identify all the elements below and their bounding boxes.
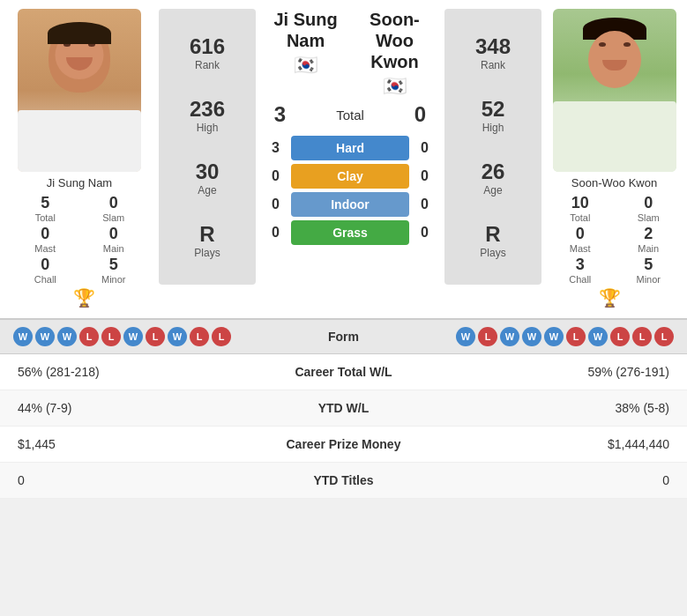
stat-center-label: Career Prize Money xyxy=(241,427,447,463)
indoor-row: 0 Indoor 0 xyxy=(265,192,436,217)
stat-left-val: 44% (7-9) xyxy=(0,390,241,427)
left-main-stat: 0 Main xyxy=(86,225,142,254)
left-total-value: 5 xyxy=(41,194,49,212)
right-form-badge: W xyxy=(500,327,519,346)
middle-section: Ji Sung Nam 🇰🇷 Soon-Woo Kwon 🇰🇷 3 Total … xyxy=(260,9,440,285)
right-trophy-icon: 🏆 xyxy=(599,287,621,308)
right-main-stat: 2 Main xyxy=(621,225,676,254)
left-form-badge: W xyxy=(123,327,143,346)
right-trophy-area: 🏆 xyxy=(541,287,678,308)
right-total-label: Total xyxy=(570,212,590,223)
left-mast-value: 0 xyxy=(41,225,49,243)
stats-row: 56% (281-218) Career Total W/L 59% (276-… xyxy=(0,354,687,390)
right-form-badge: L xyxy=(654,327,674,346)
stat-right-val: 59% (276-191) xyxy=(446,354,687,390)
right-chall-value: 3 xyxy=(576,256,585,274)
clay-btn[interactable]: Clay xyxy=(291,164,409,189)
left-form-badge: W xyxy=(57,327,77,346)
left-rank-value: 616 xyxy=(190,34,225,59)
right-player-stats: 10 Total 0 Slam 0 Mast 2 Main 3 Chall xyxy=(553,194,676,285)
left-age-stat: 30 Age xyxy=(196,160,220,197)
right-age-stat: 26 Age xyxy=(482,160,505,197)
right-minor-value: 5 xyxy=(644,256,653,274)
right-main-value: 2 xyxy=(644,225,653,243)
left-total-label: Total xyxy=(35,212,56,223)
clay-row: 0 Clay 0 xyxy=(265,164,436,189)
total-row: 3 Total 0 xyxy=(265,102,436,127)
stat-center-label: Career Total W/L xyxy=(241,354,447,390)
right-plays-label: Plays xyxy=(480,247,505,259)
surface-rows: 3 Hard 0 0 Clay 0 0 Indoor 0 xyxy=(265,132,436,249)
grass-right-score: 0 xyxy=(414,225,436,241)
stats-row: 0 YTD Titles 0 xyxy=(0,463,687,499)
right-plays-stat: R Plays xyxy=(480,222,505,259)
stat-left-val: 56% (281-218) xyxy=(0,354,241,390)
right-form-badge: W xyxy=(544,327,564,346)
left-mast-stat: 0 Mast xyxy=(18,225,73,254)
trophy-row: 🏆 🏆 xyxy=(0,285,687,311)
left-form-badge: L xyxy=(101,327,121,346)
left-plays-stat: R Plays xyxy=(194,222,220,259)
right-player-title: Soon-Woo Kwon xyxy=(354,9,436,72)
left-player-stats: 5 Total 0 Slam 0 Mast 0 Main 0 xyxy=(18,194,141,285)
right-plays-value: R xyxy=(485,222,500,247)
left-form-badge: L xyxy=(212,327,231,346)
top-section: Ji Sung Nam 5 Total 0 Slam 0 Mast 0 xyxy=(0,0,687,285)
indoor-btn[interactable]: Indoor xyxy=(291,192,409,217)
left-age-value: 30 xyxy=(196,160,220,184)
left-main-value: 0 xyxy=(109,225,118,243)
grass-left-score: 0 xyxy=(265,225,287,241)
right-total-stat: 10 Total xyxy=(553,194,609,223)
left-main-label: Main xyxy=(103,243,124,254)
left-plays-value: R xyxy=(199,222,214,247)
left-grey-panel: 616 Rank 236 High 30 Age R Plays xyxy=(159,9,256,285)
hard-row: 3 Hard 0 xyxy=(265,136,436,160)
right-mast-label: Mast xyxy=(570,243,591,254)
stats-row: 44% (7-9) YTD W/L 38% (5-8) xyxy=(0,390,687,427)
right-high-stat: 52 High xyxy=(482,97,505,134)
stat-left-val: 0 xyxy=(0,463,241,499)
left-high-label: High xyxy=(197,122,219,134)
stat-center-label: YTD Titles xyxy=(241,463,447,499)
right-chall-label: Chall xyxy=(569,274,591,285)
left-name-flag: Ji Sung Nam 🇰🇷 xyxy=(265,9,347,98)
left-total-stat: 5 Total xyxy=(18,194,73,223)
left-plays-label: Plays xyxy=(194,247,220,259)
right-form-badge: L xyxy=(566,327,586,346)
indoor-left-score: 0 xyxy=(265,197,287,212)
left-flag: 🇰🇷 xyxy=(294,54,317,77)
main-container: Ji Sung Nam 5 Total 0 Slam 0 Mast 0 xyxy=(0,0,687,499)
right-mast-value: 0 xyxy=(576,225,585,243)
right-form-badge: W xyxy=(522,327,541,346)
hard-right-score: 0 xyxy=(414,140,436,156)
stat-right-val: 0 xyxy=(446,463,687,499)
right-form-badge: L xyxy=(632,327,652,346)
left-chall-value: 0 xyxy=(41,256,49,274)
left-minor-stat: 5 Minor xyxy=(86,256,142,285)
stat-right-val: $1,444,440 xyxy=(446,427,687,463)
right-slam-label: Slam xyxy=(638,212,660,223)
names-row: Ji Sung Nam 🇰🇷 Soon-Woo Kwon 🇰🇷 xyxy=(265,9,436,98)
left-trophy-icon: 🏆 xyxy=(73,287,95,308)
left-form-badge: L xyxy=(79,327,99,346)
left-rank-stat: 616 Rank xyxy=(190,34,225,71)
stat-left-val: $1,445 xyxy=(0,427,241,463)
right-chall-stat: 3 Chall xyxy=(553,256,609,285)
right-grey-panel: 348 Rank 52 High 26 Age R Plays xyxy=(444,9,541,285)
right-mast-stat: 0 Mast xyxy=(553,225,609,254)
indoor-right-score: 0 xyxy=(414,197,436,212)
stat-center-label: YTD W/L xyxy=(241,390,447,427)
left-player-photo xyxy=(18,9,141,172)
left-form-badge: L xyxy=(190,327,209,346)
left-minor-label: Minor xyxy=(101,274,126,285)
left-mast-label: Mast xyxy=(34,243,56,254)
stats-table: 56% (281-218) Career Total W/L 59% (276-… xyxy=(0,354,687,499)
stat-right-val: 38% (5-8) xyxy=(446,390,687,427)
hard-btn[interactable]: Hard xyxy=(291,136,409,160)
form-section: WWWLLWLWLL Form WLWWWLWLLL xyxy=(0,318,687,354)
left-form-badges: WWWLLWLWLL xyxy=(13,327,291,346)
left-trophy-area: 🏆 xyxy=(9,287,159,308)
right-high-value: 52 xyxy=(482,97,505,122)
left-chall-label: Chall xyxy=(34,274,56,285)
grass-btn[interactable]: Grass xyxy=(291,220,409,245)
